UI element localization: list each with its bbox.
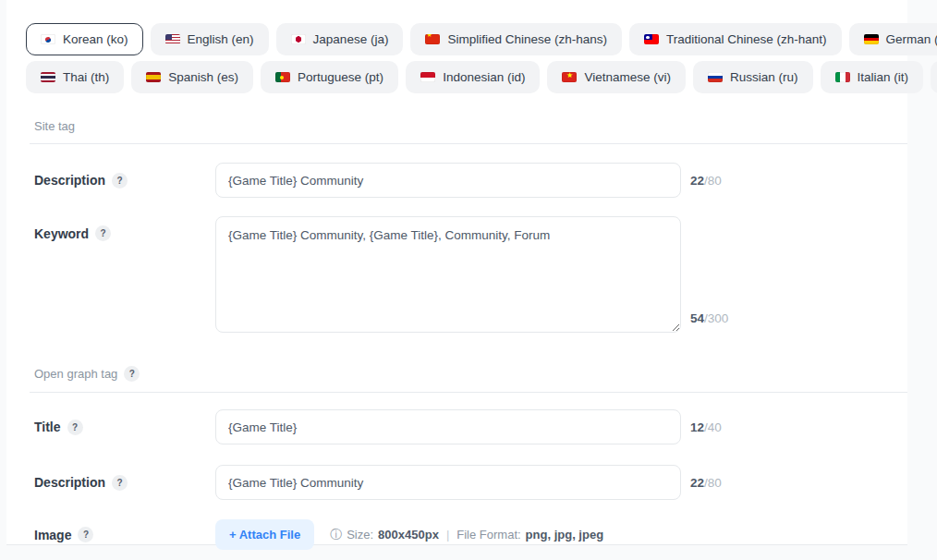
image-format-value: png, jpg, jpeg [526,528,604,542]
language-tab-zh-hans[interactable]: Simplified Chinese (zh-hans) [410,23,622,55]
language-tab-vi[interactable]: Vietnamese (vi) [547,61,686,93]
section-divider [30,143,907,144]
language-tabs-row-1: Korean (ko)English (en)Japanese (ja)Simp… [26,23,907,55]
language-tab-label: Italian (it) [858,70,909,84]
og-description-label: Description [34,475,105,490]
char-counter: 22/80 [690,476,722,490]
language-tabs: Korean (ko)English (en)Japanese (ja)Simp… [26,23,907,93]
image-format-label: File Format: [456,528,520,542]
char-count-current: 22 [690,174,704,188]
help-icon[interactable]: ? [112,475,128,491]
char-counter: 22/80 [690,174,722,188]
char-count-current: 54 [690,311,704,325]
char-count-max: /80 [704,476,722,490]
th-flag-icon [41,72,55,82]
char-count-current: 22 [690,476,704,490]
site-keyword-row: Keyword ? {Game Title} Community, {Game … [26,216,907,333]
char-count-max: /300 [704,311,728,325]
og-title-input[interactable] [215,409,681,444]
og-description-row: Description ? 22/80 [26,465,907,500]
og-title-row: Title ? 12/40 [26,409,907,444]
vn-flag-icon [562,72,577,82]
char-counter: 54/300 [690,311,728,325]
language-tab-th[interactable]: Thai (th) [26,61,124,93]
help-icon[interactable]: ? [124,366,140,382]
separator: | [446,528,449,542]
language-tab-tr[interactable]: Turkish (tr) [931,61,937,93]
site-keyword-label: Keyword [34,226,89,241]
language-tab-label: English (en) [188,32,254,46]
og-title-label: Title [34,420,61,434]
language-tab-ja[interactable]: Japanese (ja) [276,23,404,55]
site-keyword-label-group: Keyword ? [34,225,215,241]
site-description-input[interactable] [215,163,681,198]
site-description-label-group: Description ? [34,173,215,189]
language-tab-de[interactable]: German (de) [849,23,937,55]
language-tab-id[interactable]: Indonesian (id) [406,61,540,93]
char-counter: 12/40 [690,420,722,434]
ru-flag-icon [708,72,723,82]
help-icon[interactable]: ? [112,173,128,189]
help-icon[interactable]: ? [67,420,83,435]
de-flag-icon [864,34,879,44]
language-tab-zh-hant[interactable]: Traditional Chinese (zh-hant) [629,23,842,55]
language-tab-ko[interactable]: Korean (ko) [26,23,143,55]
og-image-label-group: Image ? [34,527,215,542]
id-flag-icon [420,72,435,82]
language-tab-label: Thai (th) [63,70,109,84]
language-tab-label: Russian (ru) [730,70,798,84]
section-divider [30,392,907,393]
help-icon[interactable]: ? [95,225,111,241]
og-description-input[interactable] [215,465,681,500]
help-icon[interactable]: ? [78,527,93,542]
open-graph-section-header: Open graph tag ? [34,366,907,382]
site-description-label: Description [34,173,105,188]
us-flag-icon [165,34,180,44]
info-icon: ⓘ [330,527,342,543]
language-tab-label: Simplified Chinese (zh-hans) [447,32,607,46]
language-tab-label: Spanish (es) [168,70,238,84]
og-description-label-group: Description ? [34,475,215,491]
language-tab-label: Indonesian (id) [443,70,525,84]
site-tag-heading: Site tag [34,119,75,133]
image-size-label: Size: [347,528,373,542]
char-count-max: /40 [704,420,722,434]
char-count-current: 12 [690,420,704,434]
language-tab-label: German (de) [886,32,937,46]
cn-flag-icon [425,34,440,44]
image-size-value: 800x450px [378,528,439,542]
language-tab-es[interactable]: Spanish (es) [131,61,253,93]
site-tag-section-header: Site tag [34,119,907,133]
attach-file-button[interactable]: + Attach File [215,519,314,550]
language-tab-en[interactable]: English (en) [151,23,269,55]
pt-flag-icon [275,72,290,82]
language-tab-label: Korean (ko) [63,32,128,46]
kr-flag-icon [41,34,55,44]
jp-flag-icon [291,34,306,44]
meta-tag-settings-panel: Korean (ko)English (en)Japanese (ja)Simp… [6,0,907,545]
og-title-label-group: Title ? [34,420,215,435]
og-image-label: Image [34,528,71,542]
char-count-max: /80 [704,174,722,188]
language-tab-label: Traditional Chinese (zh-hant) [666,32,827,46]
site-description-row: Description ? 22/80 [26,163,907,198]
og-image-row: Image ? + Attach File ⓘ Size: 800x450px … [26,519,907,550]
it-flag-icon [835,72,850,82]
language-tab-it[interactable]: Italian (it) [821,61,924,93]
image-requirements: ⓘ Size: 800x450px | File Format: png, jp… [330,527,603,543]
language-tabs-row-2: Thai (th)Spanish (es)Portuguese (pt)Indo… [26,61,907,93]
es-flag-icon [146,72,161,82]
language-tab-label: Portuguese (pt) [298,70,383,84]
language-tab-label: Japanese (ja) [313,32,389,46]
language-tab-pt[interactable]: Portuguese (pt) [261,61,398,93]
tw-flag-icon [644,34,659,44]
site-keyword-textarea[interactable]: {Game Title} Community, {Game Title}, Co… [215,216,681,333]
open-graph-heading: Open graph tag [34,367,117,381]
language-tab-ru[interactable]: Russian (ru) [693,61,813,93]
language-tab-label: Vietnamese (vi) [584,70,671,84]
